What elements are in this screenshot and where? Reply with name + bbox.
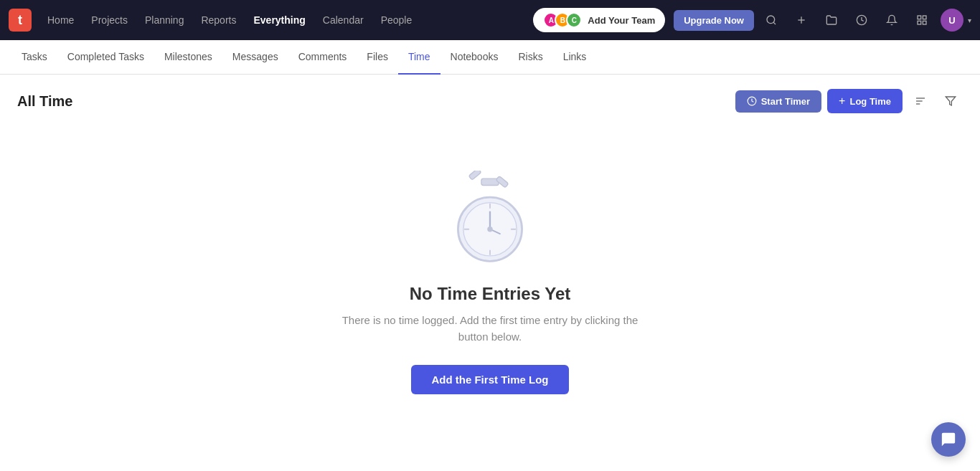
- svg-point-0: [767, 16, 775, 24]
- nav-home[interactable]: Home: [40, 10, 81, 30]
- sub-navigation: Tasks Completed Tasks Milestones Message…: [0, 40, 980, 75]
- tab-time[interactable]: Time: [398, 40, 440, 75]
- filter-button[interactable]: [938, 89, 963, 113]
- svg-point-21: [487, 227, 492, 232]
- sort-button[interactable]: [908, 89, 933, 113]
- nav-everything[interactable]: Everything: [246, 10, 312, 30]
- page-title: All Time: [17, 93, 72, 110]
- clock-icon: [856, 14, 867, 26]
- add-team-button[interactable]: A B C Add Your Team: [533, 8, 665, 32]
- chat-icon: [941, 432, 956, 447]
- chat-bubble-button[interactable]: [931, 422, 966, 452]
- search-icon: [765, 14, 777, 26]
- plus-icon: [796, 14, 807, 26]
- svg-rect-15: [468, 171, 481, 180]
- start-timer-label: Start Timer: [761, 96, 810, 107]
- tab-files[interactable]: Files: [357, 40, 398, 75]
- empty-state: No Time Entries Yet There is no time log…: [17, 128, 963, 437]
- timer-start-icon: [747, 96, 757, 106]
- empty-state-title: No Time Entries Yet: [410, 284, 571, 304]
- svg-rect-5: [918, 16, 921, 19]
- page-header: All Time Start Timer + Log Time: [17, 89, 963, 113]
- log-time-button[interactable]: + Log Time: [827, 89, 903, 113]
- folder-icon-button[interactable]: [819, 7, 844, 33]
- svg-marker-13: [946, 97, 955, 105]
- svg-rect-7: [918, 21, 921, 24]
- svg-rect-6: [923, 16, 926, 19]
- timer-icon-button[interactable]: [849, 7, 875, 33]
- tab-notebooks[interactable]: Notebooks: [440, 40, 509, 75]
- empty-state-description: There is no time logged. Add the first t…: [339, 313, 641, 345]
- upgrade-button[interactable]: Upgrade Now: [674, 10, 754, 31]
- grid-icon-button[interactable]: [909, 7, 935, 33]
- main-content: All Time Start Timer + Log Time: [0, 75, 980, 452]
- bell-icon: [886, 14, 897, 26]
- nav-calendar[interactable]: Calendar: [316, 10, 371, 30]
- search-icon-button[interactable]: [758, 7, 784, 33]
- svg-rect-8: [923, 21, 926, 24]
- tab-tasks[interactable]: Tasks: [11, 40, 57, 75]
- team-avatars: A B C: [543, 12, 582, 28]
- svg-rect-16: [496, 176, 509, 187]
- folder-icon: [826, 14, 837, 26]
- svg-rect-14: [481, 179, 499, 185]
- add-team-label: Add Your Team: [588, 15, 655, 26]
- user-menu-chevron[interactable]: ▾: [968, 16, 971, 24]
- nav-people[interactable]: People: [374, 10, 420, 30]
- sort-icon: [915, 95, 926, 107]
- log-time-label: Log Time: [849, 96, 891, 107]
- tab-milestones[interactable]: Milestones: [154, 40, 222, 75]
- start-timer-button[interactable]: Start Timer: [735, 90, 821, 113]
- stopwatch-illustration: [443, 171, 537, 264]
- notification-icon-button[interactable]: [879, 7, 905, 33]
- tab-links[interactable]: Links: [553, 40, 597, 75]
- tab-risks[interactable]: Risks: [508, 40, 552, 75]
- nav-projects[interactable]: Projects: [84, 10, 135, 30]
- top-navigation: t Home Projects Planning Reports Everyth…: [0, 0, 980, 40]
- grid-icon: [916, 14, 928, 26]
- log-time-plus-icon: +: [839, 95, 845, 108]
- filter-icon: [945, 95, 956, 107]
- tab-messages[interactable]: Messages: [222, 40, 288, 75]
- team-avatar-3: C: [566, 12, 582, 28]
- tab-completed-tasks[interactable]: Completed Tasks: [57, 40, 154, 75]
- add-first-time-log-button[interactable]: Add the First Time Log: [411, 365, 568, 394]
- user-avatar[interactable]: U: [941, 9, 963, 32]
- nav-planning[interactable]: Planning: [138, 10, 192, 30]
- header-actions: Start Timer + Log Time: [735, 89, 963, 113]
- tab-comments[interactable]: Comments: [288, 40, 357, 75]
- add-icon-button[interactable]: [788, 7, 814, 33]
- svg-line-1: [773, 22, 776, 24]
- brand-logo[interactable]: t: [9, 9, 32, 32]
- nav-reports[interactable]: Reports: [194, 10, 243, 30]
